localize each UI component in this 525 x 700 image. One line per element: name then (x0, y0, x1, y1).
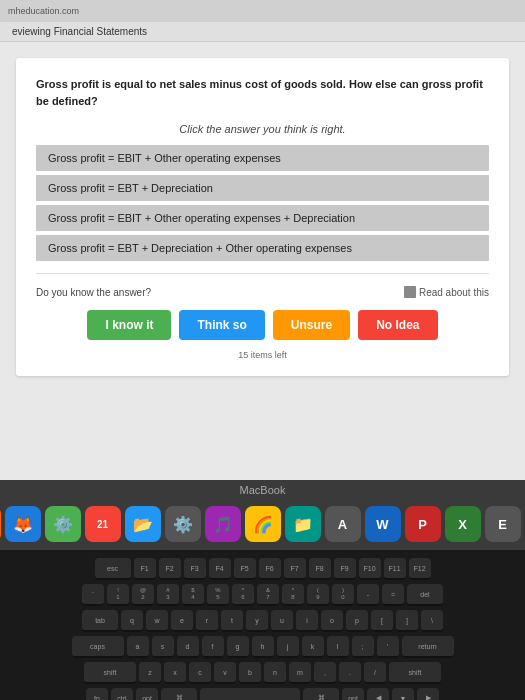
dock-icon-ppt[interactable]: P (405, 506, 441, 542)
key-tab[interactable]: tab (82, 610, 118, 632)
key-c[interactable]: c (189, 662, 211, 684)
answer-option-1[interactable]: Gross profit = EBIT + Other operating ex… (36, 145, 489, 171)
key-slash[interactable]: / (364, 662, 386, 684)
key-backtick[interactable]: ` (82, 584, 104, 606)
key-f2[interactable]: F2 (159, 558, 181, 580)
dock-icon-5[interactable]: 🎵 (205, 506, 241, 542)
key-fn[interactable]: fn (86, 688, 108, 700)
key-down[interactable]: ▼ (392, 688, 414, 700)
key-f9[interactable]: F9 (334, 558, 356, 580)
key-m[interactable]: m (289, 662, 311, 684)
key-ctrl[interactable]: ctrl (111, 688, 133, 700)
key-n[interactable]: n (264, 662, 286, 684)
dock-icon-7[interactable]: 📁 (285, 506, 321, 542)
read-about-link[interactable]: Read about this (404, 286, 489, 298)
key-r[interactable]: r (196, 610, 218, 632)
key-d[interactable]: d (177, 636, 199, 658)
key-rcmd[interactable]: ⌘ (303, 688, 339, 700)
know-answer-label: Do you know the answer? (36, 287, 151, 298)
key-period[interactable]: . (339, 662, 361, 684)
dock-icon-6[interactable]: 🌈 (245, 506, 281, 542)
key-f12[interactable]: F12 (409, 558, 431, 580)
dock-icon-e[interactable]: E (485, 506, 521, 542)
key-f11[interactable]: F11 (384, 558, 406, 580)
key-5[interactable]: %5 (207, 584, 229, 606)
key-h[interactable]: h (252, 636, 274, 658)
key-rshift[interactable]: shift (389, 662, 441, 684)
key-esc[interactable]: esc (95, 558, 131, 580)
answer-option-3[interactable]: Gross profit = EBIT + Other operating ex… (36, 205, 489, 231)
dock-icon-a[interactable]: A (325, 506, 361, 542)
key-rbracket[interactable]: ] (396, 610, 418, 632)
key-right[interactable]: ▶ (417, 688, 439, 700)
key-b[interactable]: b (239, 662, 261, 684)
key-f6[interactable]: F6 (259, 558, 281, 580)
answer-option-4[interactable]: Gross profit = EBT + Depreciation + Othe… (36, 235, 489, 261)
key-quote[interactable]: ' (377, 636, 399, 658)
key-i[interactable]: i (296, 610, 318, 632)
key-9[interactable]: (9 (307, 584, 329, 606)
key-1[interactable]: !1 (107, 584, 129, 606)
unsure-button[interactable]: Unsure (273, 310, 350, 340)
dock-icon-word[interactable]: W (365, 506, 401, 542)
key-t[interactable]: t (221, 610, 243, 632)
key-u[interactable]: u (271, 610, 293, 632)
key-semi[interactable]: ; (352, 636, 374, 658)
key-z[interactable]: z (139, 662, 161, 684)
dock-icon-4[interactable]: ⚙️ (165, 506, 201, 542)
dock-icon-0[interactable]: 🌐 (0, 506, 1, 542)
key-k[interactable]: k (302, 636, 324, 658)
key-o[interactable]: o (321, 610, 343, 632)
dock-icon-calendar[interactable]: 21 (85, 506, 121, 542)
key-backslash[interactable]: \ (421, 610, 443, 632)
key-4[interactable]: $4 (182, 584, 204, 606)
key-j[interactable]: j (277, 636, 299, 658)
key-delete[interactable]: del (407, 584, 443, 606)
key-y[interactable]: y (246, 610, 268, 632)
key-minus[interactable]: - (357, 584, 379, 606)
key-0[interactable]: )0 (332, 584, 354, 606)
no-idea-button[interactable]: No Idea (358, 310, 437, 340)
key-comma[interactable]: , (314, 662, 336, 684)
key-e[interactable]: e (171, 610, 193, 632)
key-lcmd[interactable]: ⌘ (161, 688, 197, 700)
key-2[interactable]: @2 (132, 584, 154, 606)
key-p[interactable]: p (346, 610, 368, 632)
dock-icon-excel[interactable]: X (445, 506, 481, 542)
key-a[interactable]: a (127, 636, 149, 658)
key-ropt[interactable]: opt (342, 688, 364, 700)
think-so-button[interactable]: Think so (179, 310, 264, 340)
answer-option-2[interactable]: Gross profit = EBT + Depreciation (36, 175, 489, 201)
key-3[interactable]: #3 (157, 584, 179, 606)
dock-icon-2[interactable]: ⚙️ (45, 506, 81, 542)
key-7[interactable]: &7 (257, 584, 279, 606)
key-6[interactable]: ^6 (232, 584, 254, 606)
key-f5[interactable]: F5 (234, 558, 256, 580)
key-caps[interactable]: caps (72, 636, 124, 658)
key-return[interactable]: return (402, 636, 454, 658)
dock-icon-1[interactable]: 🦊 (5, 506, 41, 542)
key-8[interactable]: *8 (282, 584, 304, 606)
key-f8[interactable]: F8 (309, 558, 331, 580)
key-v[interactable]: v (214, 662, 236, 684)
key-lopt[interactable]: opt (136, 688, 158, 700)
key-left[interactable]: ◀ (367, 688, 389, 700)
key-s[interactable]: s (152, 636, 174, 658)
key-f[interactable]: f (202, 636, 224, 658)
key-lbracket[interactable]: [ (371, 610, 393, 632)
key-f10[interactable]: F10 (359, 558, 381, 580)
key-f1[interactable]: F1 (134, 558, 156, 580)
key-w[interactable]: w (146, 610, 168, 632)
key-f7[interactable]: F7 (284, 558, 306, 580)
key-x[interactable]: x (164, 662, 186, 684)
key-f4[interactable]: F4 (209, 558, 231, 580)
key-q[interactable]: q (121, 610, 143, 632)
key-f3[interactable]: F3 (184, 558, 206, 580)
know-it-button[interactable]: I know it (87, 310, 171, 340)
key-g[interactable]: g (227, 636, 249, 658)
key-l[interactable]: l (327, 636, 349, 658)
key-lshift[interactable]: shift (84, 662, 136, 684)
key-equals[interactable]: = (382, 584, 404, 606)
key-space[interactable] (200, 688, 300, 700)
dock-icon-3[interactable]: 📂 (125, 506, 161, 542)
